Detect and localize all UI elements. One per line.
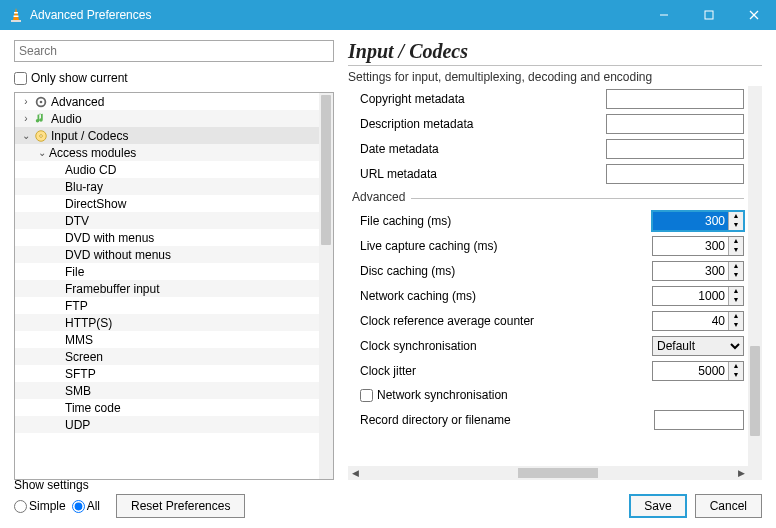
tree-input-codecs[interactable]: ⌄Input / Codecs bbox=[15, 127, 319, 144]
tree-item-smb-label: SMB bbox=[65, 384, 91, 398]
clock-ref-spinner[interactable]: ▲▼ bbox=[652, 311, 744, 331]
network-sync-label: Network synchronisation bbox=[377, 388, 508, 402]
clock-jitter-spinner[interactable]: ▲▼ bbox=[652, 361, 744, 381]
only-show-current-label: Only show current bbox=[31, 71, 128, 85]
save-button[interactable]: Save bbox=[629, 494, 686, 518]
tree-item-udp[interactable]: UDP bbox=[15, 416, 319, 433]
music-note-icon bbox=[33, 111, 49, 127]
vlc-cone-icon bbox=[8, 7, 24, 23]
tree-item-time-code-label: Time code bbox=[65, 401, 121, 415]
svg-point-8 bbox=[40, 100, 43, 103]
titlebar: Advanced Preferences bbox=[0, 0, 776, 30]
tree-access-modules[interactable]: ⌄Access modules bbox=[15, 144, 319, 161]
preferences-tree[interactable]: ›Advanced›Audio⌄Input / Codecs⌄Access mo… bbox=[14, 92, 334, 480]
svg-rect-4 bbox=[705, 11, 713, 19]
close-button[interactable] bbox=[731, 0, 776, 30]
tree-item-blu-ray[interactable]: Blu-ray bbox=[15, 178, 319, 195]
page-title: Input / Codecs bbox=[348, 40, 762, 63]
live-caching-label: Live capture caching (ms) bbox=[360, 239, 652, 253]
svg-rect-0 bbox=[11, 20, 21, 22]
svg-rect-2 bbox=[14, 16, 19, 18]
tree-item-http-s--label: HTTP(S) bbox=[65, 316, 112, 330]
tree-item-framebuffer-input[interactable]: Framebuffer input bbox=[15, 280, 319, 297]
disc-icon bbox=[33, 128, 49, 144]
tree-item-framebuffer-input-label: Framebuffer input bbox=[65, 282, 160, 296]
url-metadata-label: URL metadata bbox=[360, 167, 606, 181]
tree-item-blu-ray-label: Blu-ray bbox=[65, 180, 103, 194]
tree-item-ftp[interactable]: FTP bbox=[15, 297, 319, 314]
tree-item-mms-label: MMS bbox=[65, 333, 93, 347]
tree-item-directshow-label: DirectShow bbox=[65, 197, 126, 211]
all-radio[interactable]: All bbox=[72, 499, 100, 513]
date-metadata-label: Date metadata bbox=[360, 142, 606, 156]
file-caching-label: File caching (ms) bbox=[360, 214, 652, 228]
show-settings-label: Show settings bbox=[14, 478, 245, 492]
network-caching-spinner[interactable]: ▲▼ bbox=[652, 286, 744, 306]
page-description: Settings for input, demultiplexing, deco… bbox=[348, 70, 762, 84]
record-dir-input[interactable] bbox=[654, 410, 744, 430]
svg-point-10 bbox=[40, 134, 43, 137]
tree-item-directshow[interactable]: DirectShow bbox=[15, 195, 319, 212]
disc-caching-label: Disc caching (ms) bbox=[360, 264, 652, 278]
tree-scrollbar[interactable] bbox=[319, 93, 333, 479]
gear-icon bbox=[33, 94, 49, 110]
copyright-metadata-input[interactable] bbox=[606, 89, 744, 109]
disc-caching-spinner[interactable]: ▲▼ bbox=[652, 261, 744, 281]
tree-input-codecs-label: Input / Codecs bbox=[51, 129, 128, 143]
tree-item-ftp-label: FTP bbox=[65, 299, 88, 313]
minimize-button[interactable] bbox=[641, 0, 686, 30]
copyright-metadata-label: Copyright metadata bbox=[360, 92, 606, 106]
tree-item-time-code[interactable]: Time code bbox=[15, 399, 319, 416]
clock-ref-label: Clock reference average counter bbox=[360, 314, 652, 328]
clock-sync-label: Clock synchronisation bbox=[360, 339, 652, 353]
description-metadata-input[interactable] bbox=[606, 114, 744, 134]
tree-item-dtv[interactable]: DTV bbox=[15, 212, 319, 229]
reset-preferences-button[interactable]: Reset Preferences bbox=[116, 494, 245, 518]
live-caching-spinner[interactable]: ▲▼ bbox=[652, 236, 744, 256]
tree-item-audio-cd-label: Audio CD bbox=[65, 163, 116, 177]
clock-sync-select[interactable]: Default bbox=[652, 336, 744, 356]
tree-audio[interactable]: ›Audio bbox=[15, 110, 319, 127]
network-sync-checkbox[interactable] bbox=[360, 389, 373, 402]
advanced-group-label: Advanced bbox=[352, 190, 405, 204]
tree-item-smb[interactable]: SMB bbox=[15, 382, 319, 399]
tree-item-dvd-with-menus[interactable]: DVD with menus bbox=[15, 229, 319, 246]
date-metadata-input[interactable] bbox=[606, 139, 744, 159]
tree-item-http-s-[interactable]: HTTP(S) bbox=[15, 314, 319, 331]
tree-item-sftp[interactable]: SFTP bbox=[15, 365, 319, 382]
window-title: Advanced Preferences bbox=[30, 8, 641, 22]
tree-item-screen-label: Screen bbox=[65, 350, 103, 364]
tree-item-dtv-label: DTV bbox=[65, 214, 89, 228]
tree-item-dvd-without-menus-label: DVD without menus bbox=[65, 248, 171, 262]
description-metadata-label: Description metadata bbox=[360, 117, 606, 131]
cancel-button[interactable]: Cancel bbox=[695, 494, 762, 518]
tree-advanced[interactable]: ›Advanced bbox=[15, 93, 319, 110]
simple-radio[interactable]: Simple bbox=[14, 499, 66, 513]
tree-audio-label: Audio bbox=[51, 112, 82, 126]
search-input[interactable] bbox=[14, 40, 334, 62]
network-caching-label: Network caching (ms) bbox=[360, 289, 652, 303]
settings-hscrollbar[interactable]: ◀▶ bbox=[348, 466, 748, 480]
only-show-current-checkbox[interactable] bbox=[14, 72, 27, 85]
clock-jitter-label: Clock jitter bbox=[360, 364, 652, 378]
settings-vscrollbar[interactable] bbox=[748, 86, 762, 480]
svg-rect-1 bbox=[14, 12, 18, 14]
maximize-button[interactable] bbox=[686, 0, 731, 30]
tree-item-audio-cd[interactable]: Audio CD bbox=[15, 161, 319, 178]
tree-item-file-label: File bbox=[65, 265, 84, 279]
tree-item-udp-label: UDP bbox=[65, 418, 90, 432]
tree-item-sftp-label: SFTP bbox=[65, 367, 96, 381]
tree-item-screen[interactable]: Screen bbox=[15, 348, 319, 365]
file-caching-spinner[interactable]: ▲▼ bbox=[652, 211, 744, 231]
tree-advanced-label: Advanced bbox=[51, 95, 104, 109]
tree-item-mms[interactable]: MMS bbox=[15, 331, 319, 348]
tree-access-modules-label: Access modules bbox=[49, 146, 136, 160]
tree-item-dvd-without-menus[interactable]: DVD without menus bbox=[15, 246, 319, 263]
tree-item-dvd-with-menus-label: DVD with menus bbox=[65, 231, 154, 245]
url-metadata-input[interactable] bbox=[606, 164, 744, 184]
record-dir-label: Record directory or filename bbox=[360, 413, 654, 427]
tree-item-file[interactable]: File bbox=[15, 263, 319, 280]
